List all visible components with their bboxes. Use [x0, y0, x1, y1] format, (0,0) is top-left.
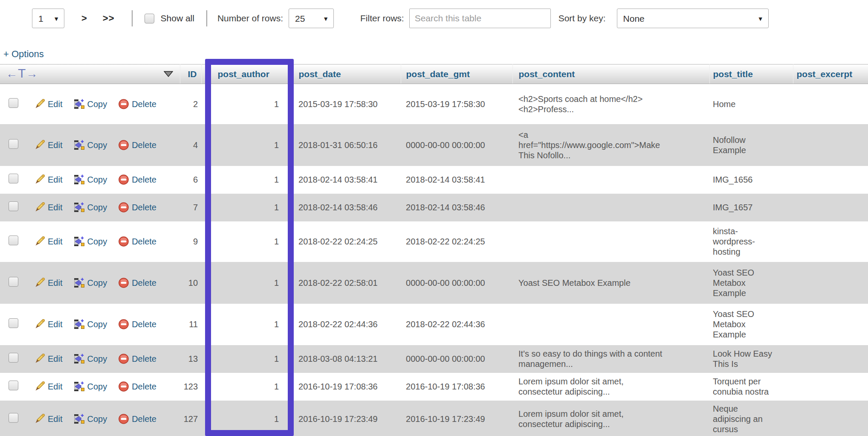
column-header-post-excerpt[interactable]: post_excerpt	[793, 64, 868, 84]
edit-link[interactable]: Edit	[34, 381, 62, 392]
cell-post-content: <h2>Sports coach at home</h2> <h2>Profes…	[512, 84, 709, 124]
row-select-checkbox[interactable]	[9, 201, 18, 211]
row-select-checkbox[interactable]	[9, 381, 18, 390]
delete-minus-icon[interactable]	[118, 140, 129, 151]
delete-minus-icon[interactable]	[118, 99, 129, 110]
edit-link-label: Edit	[48, 99, 62, 109]
copy-link[interactable]: Copy	[73, 319, 107, 330]
pencil-icon[interactable]	[34, 140, 45, 151]
copy-insert-icon[interactable]	[73, 99, 84, 110]
delete-link[interactable]: Delete	[118, 174, 156, 185]
row-select-checkbox[interactable]	[9, 139, 18, 149]
edit-link-label: Edit	[48, 174, 62, 185]
column-header-post-author[interactable]: post_author	[201, 64, 293, 84]
column-header-post-date[interactable]: post_date	[293, 64, 401, 84]
copy-insert-icon[interactable]	[73, 413, 84, 424]
delete-link[interactable]: Delete	[118, 413, 156, 424]
copy-link[interactable]: Copy	[73, 277, 107, 288]
copy-insert-icon[interactable]	[73, 353, 84, 364]
copy-insert-icon[interactable]	[73, 202, 84, 213]
delete-minus-icon[interactable]	[118, 202, 129, 213]
table-row: Edit Cop	[0, 373, 868, 401]
filter-rows-input[interactable]	[409, 9, 551, 28]
delete-link[interactable]: Delete	[118, 202, 156, 213]
copy-insert-icon[interactable]	[73, 319, 84, 330]
copy-link[interactable]: Copy	[73, 381, 107, 392]
copy-insert-icon[interactable]	[73, 381, 84, 392]
delete-link[interactable]: Delete	[118, 99, 156, 110]
copy-insert-icon[interactable]	[73, 277, 84, 288]
pencil-icon[interactable]	[34, 319, 45, 330]
delete-minus-icon[interactable]	[118, 319, 129, 330]
delete-link[interactable]: Delete	[118, 319, 156, 330]
cell-post-title: Yoast SEO Metabox Example	[709, 304, 793, 345]
copy-insert-icon[interactable]	[73, 236, 84, 247]
show-all-checkbox[interactable]	[145, 14, 154, 23]
row-select-checkbox[interactable]	[9, 98, 18, 108]
copy-link[interactable]: Copy	[73, 202, 107, 213]
copy-link[interactable]: Copy	[73, 353, 107, 364]
delete-link[interactable]: Delete	[118, 236, 156, 247]
pencil-icon[interactable]	[34, 381, 45, 392]
pencil-icon[interactable]	[34, 202, 45, 213]
edit-link[interactable]: Edit	[34, 353, 62, 364]
pencil-icon[interactable]	[34, 353, 45, 364]
row-select-checkbox[interactable]	[9, 277, 18, 287]
edit-link[interactable]: Edit	[34, 99, 62, 110]
options-toggle-link[interactable]: + Options	[3, 49, 44, 60]
edit-link[interactable]: Edit	[34, 236, 62, 247]
edit-link[interactable]: Edit	[34, 174, 62, 185]
row-select-checkbox[interactable]	[9, 235, 18, 245]
column-header-id[interactable]: ID	[180, 64, 201, 84]
pencil-icon[interactable]	[34, 99, 45, 110]
delete-minus-icon[interactable]	[118, 413, 129, 424]
next-page-button[interactable]: >	[81, 13, 87, 24]
copy-insert-icon[interactable]	[73, 174, 84, 185]
copy-link[interactable]: Copy	[73, 99, 107, 110]
delete-link[interactable]: Delete	[118, 381, 156, 392]
page-select[interactable]: 1	[32, 9, 64, 28]
delete-minus-icon[interactable]	[118, 277, 129, 288]
header-row: ←T→ ID post_author post_date post_date_g…	[0, 64, 868, 84]
table-header-move-icon[interactable]: ←T→	[6, 67, 38, 81]
delete-minus-icon[interactable]	[118, 174, 129, 185]
delete-minus-icon[interactable]	[118, 381, 129, 392]
delete-minus-icon[interactable]	[118, 236, 129, 247]
copy-link[interactable]: Copy	[73, 413, 107, 424]
number-of-rows-select[interactable]: 25	[289, 9, 334, 28]
cell-post-excerpt	[793, 221, 868, 262]
pencil-icon[interactable]	[34, 277, 45, 288]
row-checkbox-cell	[0, 345, 26, 373]
cell-post-date: 2018-02-22 02:24:25	[293, 221, 401, 262]
row-select-checkbox[interactable]	[9, 413, 18, 423]
delete-link[interactable]: Delete	[118, 353, 156, 364]
delete-link[interactable]: Delete	[118, 140, 156, 151]
delete-minus-icon[interactable]	[118, 353, 129, 364]
column-header-post-content[interactable]: post_content	[512, 64, 709, 84]
pencil-icon[interactable]	[34, 413, 45, 424]
last-page-button[interactable]: >>	[103, 13, 115, 24]
column-options-triangle-icon[interactable]	[164, 71, 173, 77]
delete-link[interactable]: Delete	[118, 277, 156, 288]
edit-link[interactable]: Edit	[34, 202, 62, 213]
row-select-checkbox[interactable]	[9, 353, 18, 363]
pencil-icon[interactable]	[34, 236, 45, 247]
edit-link[interactable]: Edit	[34, 140, 62, 151]
row-select-checkbox[interactable]	[9, 318, 18, 328]
sort-by-key-select[interactable]: None	[617, 9, 769, 28]
edit-link[interactable]: Edit	[34, 413, 62, 424]
copy-link[interactable]: Copy	[73, 140, 107, 151]
edit-link[interactable]: Edit	[34, 319, 62, 330]
edit-link[interactable]: Edit	[34, 277, 62, 288]
cell-post-date: 2018-02-22 02:44:36	[293, 304, 401, 345]
row-select-checkbox[interactable]	[9, 174, 18, 183]
row-actions-cell: Edit Cop	[26, 84, 180, 124]
pencil-icon[interactable]	[34, 174, 45, 185]
table-row: Edit Cop	[0, 401, 868, 436]
column-header-post-title[interactable]: post_title	[709, 64, 793, 84]
column-header-post-date-gmt[interactable]: post_date_gmt	[401, 64, 512, 84]
cell-id: 9	[180, 221, 201, 262]
copy-link[interactable]: Copy	[73, 236, 107, 247]
copy-insert-icon[interactable]	[73, 140, 84, 151]
copy-link[interactable]: Copy	[73, 174, 107, 185]
